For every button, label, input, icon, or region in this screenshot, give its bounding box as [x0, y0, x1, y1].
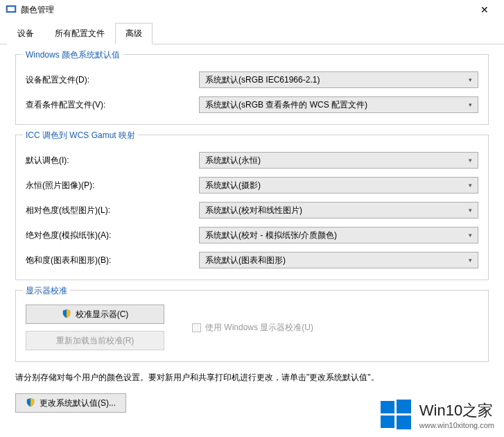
info-text: 请分别存储对每个用户的颜色设置。要对新用户和共享打印机进行更改，请单击"更改系统…	[15, 372, 489, 384]
change-system-defaults-label: 更改系统默认值(S)...	[40, 397, 116, 409]
label-absolute: 绝对色度(模拟纸张)(A):	[26, 230, 199, 241]
label-device-profile: 设备配置文件(D):	[26, 74, 199, 86]
group-calib-title: 显示器校准	[23, 285, 70, 297]
tab-advanced[interactable]: 高级	[115, 23, 153, 44]
titlebar: 颜色管理 ✕	[0, 0, 504, 19]
group-windows-defaults-title: Windows 颜色系统默认值	[23, 49, 123, 61]
svg-rect-1	[8, 7, 15, 11]
watermark-text: Win10之家 www.win10xitong.com	[419, 400, 494, 429]
checkbox-icon	[192, 323, 201, 332]
select-saturation-value: 系统默认(图表和图形)	[205, 255, 286, 266]
select-perceptual[interactable]: 系统默认(摄影) ▾	[199, 177, 478, 194]
reload-calibration-label: 重新加载当前校准(R)	[56, 335, 134, 347]
chevron-down-icon: ▾	[469, 232, 472, 239]
row-default-intent: 默认调色(I): 系统默认(永恒) ▾	[26, 152, 478, 169]
label-relative: 相对色度(线型图片)(L):	[26, 205, 199, 216]
content-area: Windows 颜色系统默认值 设备配置文件(D): 系统默认(sRGB IEC…	[0, 44, 504, 420]
group-windows-defaults: Windows 颜色系统默认值 设备配置文件(D): 系统默认(sRGB IEC…	[15, 54, 489, 125]
close-button[interactable]: ✕	[471, 1, 498, 18]
calib-row: 校准显示器(C) 重新加载当前校准(R) 使用 Windows 显示器校准(U)	[26, 305, 478, 350]
watermark-title: Win10之家	[419, 400, 494, 421]
change-system-defaults-button[interactable]: 更改系统默认值(S)...	[15, 393, 126, 413]
tab-device[interactable]: 设备	[7, 23, 44, 44]
tab-strip: 设备 所有配置文件 高级	[0, 22, 504, 44]
close-icon: ✕	[480, 4, 489, 15]
select-perceptual-value: 系统默认(摄影)	[205, 180, 261, 191]
reload-calibration-button: 重新加载当前校准(R)	[26, 331, 164, 350]
tab-all-profiles[interactable]: 所有配置文件	[44, 23, 115, 44]
svg-rect-4	[381, 415, 394, 428]
app-icon	[6, 4, 17, 15]
row-device-profile: 设备配置文件(D): 系统默认(sRGB IEC61966-2.1) ▾	[26, 71, 478, 88]
chevron-down-icon: ▾	[469, 101, 472, 108]
group-gamut-title: ICC 调色到 WCS Gamut 映射	[23, 130, 138, 142]
svg-rect-5	[397, 415, 411, 429]
select-saturation[interactable]: 系统默认(图表和图形) ▾	[199, 252, 478, 268]
select-device-profile[interactable]: 系统默认(sRGB IEC61966-2.1) ▾	[199, 71, 478, 88]
label-perceptual: 永恒(照片图像)(P):	[26, 180, 199, 191]
row-saturation: 饱和度(图表和图形)(B): 系统默认(图表和图形) ▾	[26, 252, 478, 268]
label-viewing-profile: 查看条件配置文件(V):	[26, 99, 199, 111]
chevron-down-icon: ▾	[469, 207, 472, 214]
select-relative[interactable]: 系统默认(校对和线性图片) ▾	[199, 202, 478, 218]
select-absolute[interactable]: 系统默认(校对 - 模拟纸张/介质颜色) ▾	[199, 227, 478, 243]
row-viewing-profile: 查看条件配置文件(V): 系统默认(sRGB 查看条件的 WCS 配置文件) ▾	[26, 96, 478, 113]
shield-icon	[26, 397, 35, 409]
watermark: Win10之家 www.win10xitong.com	[379, 398, 494, 431]
use-windows-calibration-checkbox: 使用 Windows 显示器校准(U)	[192, 322, 313, 334]
chevron-down-icon: ▾	[469, 257, 472, 264]
select-viewing-profile[interactable]: 系统默认(sRGB 查看条件的 WCS 配置文件) ▾	[199, 96, 478, 113]
row-relative: 相对色度(线型图片)(L): 系统默认(校对和线性图片) ▾	[26, 202, 478, 218]
chevron-down-icon: ▾	[469, 76, 472, 83]
windows-logo-icon	[379, 398, 412, 431]
group-gamut-mapping: ICC 调色到 WCS Gamut 映射 默认调色(I): 系统默认(永恒) ▾…	[15, 135, 489, 280]
select-default-intent[interactable]: 系统默认(永恒) ▾	[199, 152, 478, 169]
calibrate-display-button[interactable]: 校准显示器(C)	[26, 305, 164, 324]
row-perceptual: 永恒(照片图像)(P): 系统默认(摄影) ▾	[26, 177, 478, 194]
watermark-url: www.win10xitong.com	[419, 421, 494, 429]
chevron-down-icon: ▾	[469, 182, 472, 189]
calibrate-display-label: 校准显示器(C)	[76, 309, 129, 320]
svg-rect-2	[381, 401, 394, 413]
select-device-profile-value: 系统默认(sRGB IEC61966-2.1)	[205, 74, 320, 86]
label-saturation: 饱和度(图表和图形)(B):	[26, 255, 199, 266]
row-absolute: 绝对色度(模拟纸张)(A): 系统默认(校对 - 模拟纸张/介质颜色) ▾	[26, 227, 478, 243]
select-default-intent-value: 系统默认(永恒)	[205, 155, 261, 166]
select-absolute-value: 系统默认(校对 - 模拟纸张/介质颜色)	[205, 230, 337, 241]
select-relative-value: 系统默认(校对和线性图片)	[205, 205, 302, 216]
use-windows-calibration-label: 使用 Windows 显示器校准(U)	[205, 322, 313, 334]
shield-icon	[62, 309, 71, 320]
group-display-calibration: 显示器校准 校准显示器(C) 重新加载当前校准(R) 使用 Windows 显示…	[15, 290, 489, 362]
window-title: 颜色管理	[21, 4, 471, 16]
label-default-intent: 默认调色(I):	[26, 155, 199, 166]
chevron-down-icon: ▾	[469, 157, 472, 164]
svg-rect-3	[397, 400, 411, 413]
select-viewing-profile-value: 系统默认(sRGB 查看条件的 WCS 配置文件)	[205, 99, 367, 111]
